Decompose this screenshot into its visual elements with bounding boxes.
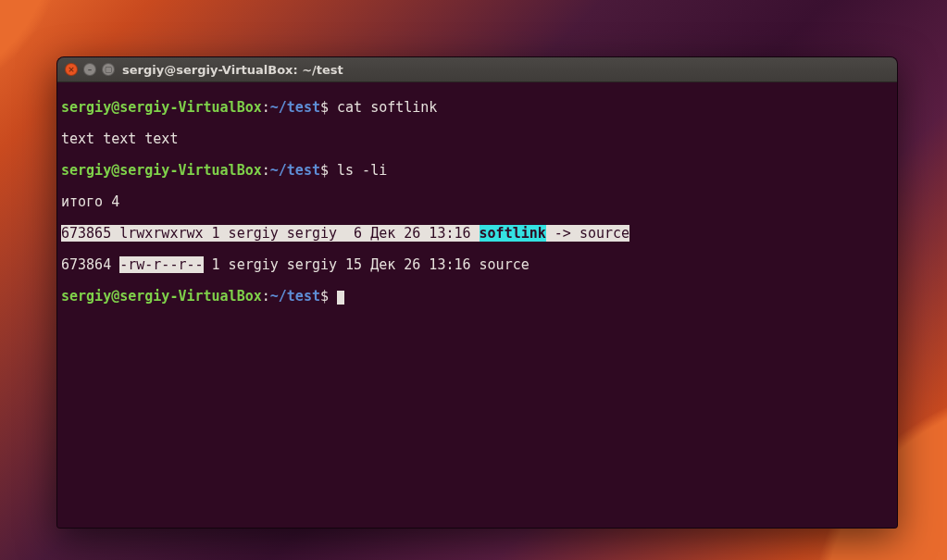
terminal-output: 673864 -rw-r--r-- 1 sergiy sergiy 15 Дек… xyxy=(61,257,893,273)
prompt-user: sergiy xyxy=(61,162,111,179)
prompt-path: ~/test xyxy=(270,162,320,179)
output-text: 1 sergiy sergiy 15 Дек 26 13:16 source xyxy=(204,256,530,273)
window-title: sergiy@sergiy-VirtualBox: ~/test xyxy=(122,63,343,77)
prompt-at: @ xyxy=(111,99,119,116)
window-titlebar[interactable]: × – ▢ sergiy@sergiy-VirtualBox: ~/test xyxy=(57,57,897,82)
maximize-icon[interactable]: ▢ xyxy=(102,63,115,76)
prompt-colon: : xyxy=(262,288,270,305)
prompt-host: sergiy-VirtualBox xyxy=(119,288,262,305)
terminal-line: sergiy@sergiy-VirtualBox:~/test$ xyxy=(61,289,893,305)
terminal-output: итого 4 xyxy=(61,194,893,210)
prompt-host: sergiy-VirtualBox xyxy=(119,99,262,116)
prompt-path: ~/test xyxy=(270,288,320,305)
close-icon[interactable]: × xyxy=(65,63,78,76)
terminal-line: sergiy@sergiy-VirtualBox:~/test$ ls -li xyxy=(61,163,893,179)
minimize-icon[interactable]: – xyxy=(83,63,96,76)
output-text: 673864 xyxy=(61,256,119,273)
prompt-dollar: $ xyxy=(320,288,329,305)
terminal-line: sergiy@sergiy-VirtualBox:~/test$ cat sof… xyxy=(61,100,893,116)
prompt-user: sergiy xyxy=(61,288,111,305)
terminal-window: × – ▢ sergiy@sergiy-VirtualBox: ~/test s… xyxy=(56,56,898,529)
prompt-at: @ xyxy=(111,288,119,305)
terminal-body[interactable]: sergiy@sergiy-VirtualBox:~/test$ cat sof… xyxy=(57,82,897,529)
window-buttons: × – ▢ xyxy=(65,63,115,76)
command-text: cat softlink xyxy=(329,99,437,116)
terminal-output: text text text xyxy=(61,131,893,147)
command-text: ls -li xyxy=(329,162,387,179)
selected-text: -rw-r--r-- xyxy=(119,256,203,273)
prompt-user: sergiy xyxy=(61,99,111,116)
prompt-host: sergiy-VirtualBox xyxy=(119,162,262,179)
prompt-path: ~/test xyxy=(270,99,320,116)
selected-text: 673865 lrwxrwxrwx 1 sergiy sergiy 6 Дек … xyxy=(61,225,480,242)
terminal-output: 673865 lrwxrwxrwx 1 sergiy sergiy 6 Дек … xyxy=(61,226,893,242)
prompt-dollar: $ xyxy=(320,99,329,116)
selected-text: -> source xyxy=(546,225,629,242)
prompt-colon: : xyxy=(262,162,270,179)
prompt-at: @ xyxy=(111,162,119,179)
symlink-name: softlink xyxy=(480,225,546,242)
cursor-icon xyxy=(337,291,344,305)
prompt-dollar: $ xyxy=(320,162,329,179)
prompt-colon: : xyxy=(262,99,270,116)
